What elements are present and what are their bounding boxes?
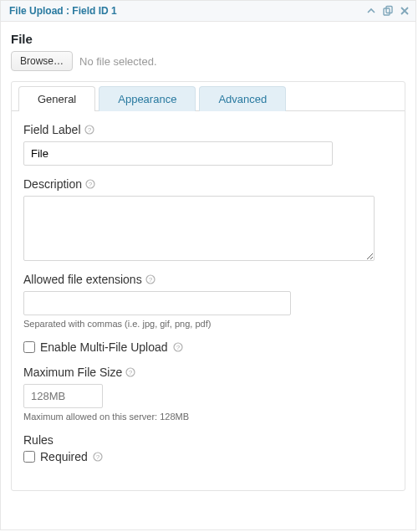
help-icon[interactable]: ? xyxy=(84,125,94,135)
extensions-label: Allowed file extensions ? xyxy=(23,273,155,286)
svg-text:?: ? xyxy=(96,453,100,461)
field-label-input[interactable] xyxy=(23,141,333,166)
maxsize-hint: Maximum allowed on this server: 128MB xyxy=(23,412,393,422)
multi-upload-checkbox[interactable] xyxy=(23,341,35,353)
multi-upload-label: Enable Multi-File Upload xyxy=(40,340,168,354)
svg-text:?: ? xyxy=(87,126,91,134)
no-file-text: No file selected. xyxy=(79,55,157,68)
required-label: Required xyxy=(40,450,88,463)
tab-advanced[interactable]: Advanced xyxy=(199,86,286,111)
tab-appearance[interactable]: Appearance xyxy=(99,86,196,111)
description-input[interactable] xyxy=(23,196,375,261)
extensions-hint: Separated with commas (i.e. jpg, gif, pn… xyxy=(23,319,393,329)
panel-header: File Upload : Field ID 1 xyxy=(1,1,415,22)
required-checkbox[interactable] xyxy=(23,451,35,463)
help-icon[interactable]: ? xyxy=(93,452,103,462)
svg-text:?: ? xyxy=(148,276,152,284)
maxsize-label: Maximum File Size ? xyxy=(23,366,135,379)
svg-text:?: ? xyxy=(129,369,133,376)
tab-general[interactable]: General xyxy=(18,86,95,111)
duplicate-icon[interactable] xyxy=(382,5,394,17)
svg-text:?: ? xyxy=(89,181,93,188)
tab-strip: General Appearance Advanced xyxy=(12,82,405,111)
panel-title: File Upload : Field ID 1 xyxy=(9,5,365,17)
extensions-input[interactable] xyxy=(23,291,291,315)
maxsize-input[interactable] xyxy=(23,384,103,408)
browse-button[interactable]: Browse… xyxy=(11,51,73,71)
field-label-label: Field Label ? xyxy=(23,123,94,136)
help-icon[interactable]: ? xyxy=(173,342,183,352)
help-icon[interactable]: ? xyxy=(85,179,95,189)
close-icon[interactable] xyxy=(399,5,410,17)
svg-text:?: ? xyxy=(176,344,180,351)
rules-heading: Rules xyxy=(23,433,393,447)
help-icon[interactable]: ? xyxy=(145,274,155,284)
collapse-icon[interactable] xyxy=(365,5,377,17)
field-title: File xyxy=(11,32,405,46)
description-label: Description ? xyxy=(23,177,95,191)
help-icon[interactable]: ? xyxy=(125,367,135,377)
